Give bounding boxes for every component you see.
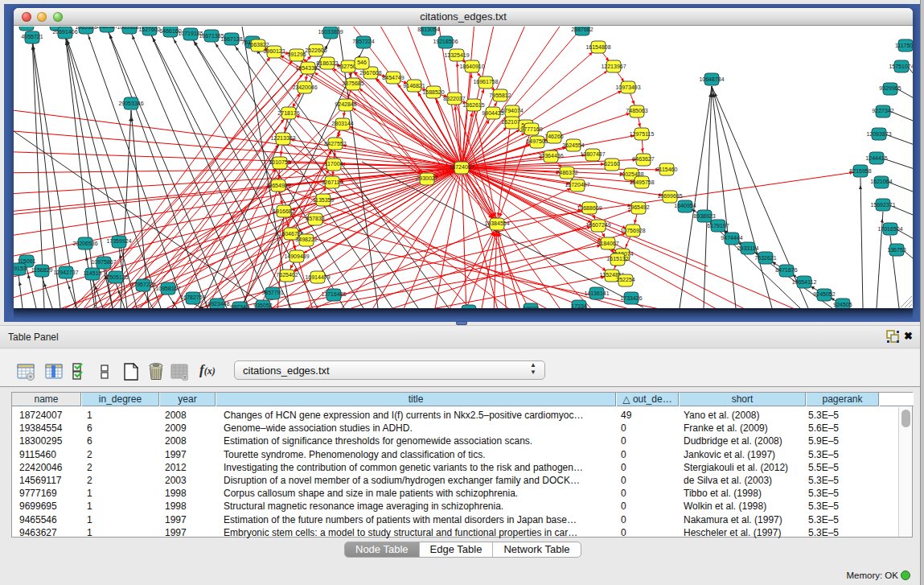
svg-text:1362615: 1362615 [462, 102, 484, 108]
svg-text:1135359: 1135359 [313, 197, 335, 203]
svg-text:1244415: 1244415 [865, 155, 887, 161]
svg-text:16154808: 16154808 [585, 44, 610, 50]
svg-text:9329965: 9329965 [879, 85, 901, 91]
svg-text:1916682: 1916682 [273, 208, 294, 214]
svg-text:857833: 857833 [306, 216, 324, 221]
svg-text:16914479: 16914479 [305, 274, 330, 280]
svg-text:8427552: 8427552 [324, 141, 346, 146]
svg-text:3267110: 3267110 [322, 179, 343, 185]
svg-text:12975115: 12975115 [630, 131, 655, 137]
svg-text:10688609: 10688609 [577, 205, 602, 211]
svg-text:18724007: 18724007 [449, 164, 474, 170]
svg-text:1965492: 1965492 [627, 204, 649, 210]
svg-text:9474444: 9474444 [721, 235, 742, 241]
svg-text:16961758: 16961758 [473, 79, 498, 84]
svg-text:16033809: 16033809 [318, 29, 343, 35]
svg-text:114519: 114519 [84, 270, 102, 276]
svg-text:391295: 391295 [287, 51, 306, 57]
svg-text:17016504: 17016504 [877, 226, 902, 232]
svg-text:15692371: 15692371 [870, 202, 895, 208]
svg-text:39153: 39153 [14, 266, 27, 271]
svg-text:10654112: 10654112 [792, 279, 817, 285]
svg-text:10699695: 10699695 [657, 193, 682, 199]
svg-text:20206536: 20206536 [72, 241, 97, 246]
svg-text:10756928: 10756928 [620, 228, 645, 233]
svg-text:2930027: 2930027 [416, 175, 437, 181]
svg-text:12505135: 12505135 [103, 274, 128, 280]
svg-text:10958167: 10958167 [155, 286, 180, 291]
svg-text:15720407: 15720407 [565, 182, 589, 187]
svg-text:1640954: 1640954 [674, 203, 696, 208]
svg-text:6794074: 6794074 [501, 108, 523, 113]
svg-text:9245: 9245 [462, 307, 475, 308]
svg-text:62160: 62160 [604, 161, 620, 167]
svg-text:20691406: 20691406 [52, 29, 77, 35]
svg-text:8813054: 8813054 [417, 27, 439, 32]
svg-text:10973493: 10973493 [615, 84, 640, 90]
svg-text:17957225: 17957225 [130, 282, 155, 287]
svg-text:252254: 252254 [616, 277, 634, 282]
svg-text:9242848: 9242848 [335, 101, 356, 107]
svg-text:19384554: 19384554 [484, 220, 509, 226]
svg-text:9146821: 9146821 [403, 83, 425, 89]
svg-text:1667138: 1667138 [220, 36, 242, 42]
svg-text:2803144: 2803144 [331, 121, 353, 126]
svg-text:924505: 924505 [833, 302, 852, 307]
svg-text:1733426: 1733426 [620, 295, 642, 301]
svg-text:3875685: 3875685 [342, 80, 363, 86]
svg-text:992344: 992344 [230, 304, 248, 308]
svg-text:7955812: 7955812 [489, 93, 511, 98]
svg-text:1588520: 1588520 [422, 89, 444, 95]
svg-text:8471676: 8471676 [775, 267, 797, 273]
svg-text:2967608: 2967608 [359, 70, 381, 76]
svg-text:9184067: 9184067 [597, 241, 618, 246]
svg-text:16543362: 16543362 [295, 65, 320, 71]
svg-text:12942737: 12942737 [53, 270, 78, 275]
svg-text:9857791: 9857791 [261, 290, 283, 295]
svg-text:746266: 746266 [544, 134, 563, 139]
svg-text:10975867: 10975867 [91, 259, 116, 265]
svg-text:7625402: 7625402 [276, 272, 298, 278]
svg-text:8215958: 8215958 [849, 168, 871, 174]
svg-text:19923448: 19923448 [204, 301, 229, 307]
svg-text:7663822: 7663822 [247, 42, 269, 47]
svg-text:15751074: 15751074 [889, 64, 913, 69]
svg-text:1621064: 1621064 [870, 179, 892, 184]
svg-text:2887682: 2887682 [571, 27, 593, 32]
svg-text:13716485: 13716485 [321, 291, 346, 297]
svg-text:9463627: 9463627 [632, 156, 654, 162]
svg-text:7486372: 7486372 [556, 170, 577, 175]
svg-text:19218506: 19218506 [433, 39, 458, 44]
svg-text:29053346: 29053346 [118, 101, 143, 106]
svg-text:546: 546 [357, 60, 367, 65]
svg-text:8454749: 8454749 [382, 75, 404, 80]
svg-text:8938923: 8938923 [693, 213, 715, 219]
svg-text:935052: 935052 [253, 303, 272, 308]
svg-text:1610557: 1610557 [15, 27, 37, 27]
svg-text:3960123: 3960123 [263, 48, 285, 54]
svg-text:12093873: 12093873 [866, 131, 891, 137]
svg-text:17359924: 17359924 [106, 238, 131, 244]
svg-text:6497508: 6497508 [526, 138, 548, 144]
svg-text:7857224: 7857224 [352, 39, 374, 44]
svg-text:7485063: 7485063 [626, 108, 647, 113]
svg-text:2522605: 2522605 [305, 47, 326, 53]
svg-text:1527602: 1527602 [138, 27, 160, 32]
svg-text:17334: 17334 [571, 303, 587, 308]
svg-text:1156829: 1156829 [31, 267, 53, 273]
svg-text:1615132: 1615132 [606, 256, 628, 262]
svg-text:1010755: 1010755 [269, 159, 290, 165]
svg-text:12213383: 12213383 [270, 135, 295, 141]
svg-text:19654933: 19654933 [265, 183, 290, 188]
svg-text:10807487: 10807487 [580, 151, 605, 157]
svg-text:14136141: 14136141 [584, 290, 609, 296]
svg-text:18607249: 18607249 [585, 222, 610, 228]
svg-text:18640910: 18640910 [459, 64, 484, 69]
svg-text:19923: 19923 [523, 306, 539, 308]
svg-text:3624554: 3624554 [562, 142, 584, 148]
svg-text:2933114: 2933114 [737, 245, 759, 251]
svg-text:12213967: 12213967 [601, 64, 626, 69]
svg-text:1065328: 1065328 [75, 27, 97, 30]
svg-text:136753: 136753 [887, 247, 906, 253]
svg-text:9777169: 9777169 [520, 126, 542, 132]
